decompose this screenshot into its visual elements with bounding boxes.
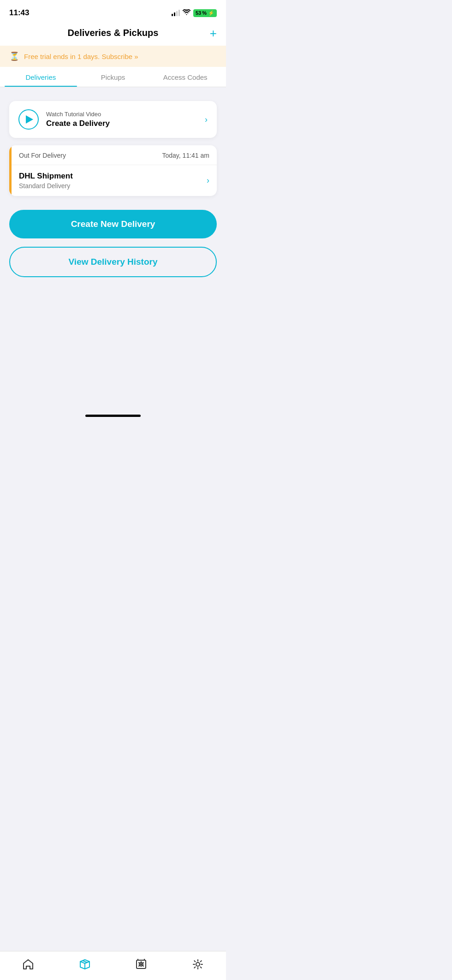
signal-icon: [172, 10, 180, 16]
status-bar: 11:43 53% ⚡: [0, 0, 226, 23]
tutorial-label: Watch Tutorial Video: [46, 111, 197, 118]
delivery-name: DHL Shipment: [19, 172, 207, 181]
delivery-type: Standard Delivery: [19, 182, 207, 190]
delivery-info: DHL Shipment Standard Delivery: [19, 172, 207, 190]
play-icon: [18, 109, 39, 130]
hourglass-icon: ⏳: [9, 51, 19, 61]
tab-deliveries[interactable]: Deliveries: [5, 67, 77, 87]
trial-banner-text: Free trial ends in 1 days. Subscribe »: [24, 53, 138, 60]
header: Deliveries & Pickups +: [0, 23, 226, 46]
trial-banner[interactable]: ⏳ Free trial ends in 1 days. Subscribe »: [0, 46, 226, 67]
add-button[interactable]: +: [210, 27, 217, 39]
main-content: Watch Tutorial Video Create a Delivery ›…: [0, 87, 226, 410]
delivery-time: Today, 11:41 am: [162, 152, 209, 159]
delivery-card[interactable]: Out For Delivery Today, 11:41 am DHL Shi…: [9, 145, 217, 196]
play-triangle: [26, 115, 33, 124]
delivery-header-row: Out For Delivery Today, 11:41 am: [12, 145, 217, 165]
tutorial-card[interactable]: Watch Tutorial Video Create a Delivery ›: [9, 101, 217, 138]
status-icons: 53% ⚡: [172, 9, 217, 17]
wifi-icon: [183, 9, 190, 17]
delivery-content: Out For Delivery Today, 11:41 am DHL Shi…: [12, 145, 217, 196]
tutorial-title: Create a Delivery: [46, 119, 197, 128]
tutorial-chevron-icon: ›: [205, 115, 208, 125]
page-title: Deliveries & Pickups: [68, 28, 159, 38]
tab-access-codes[interactable]: Access Codes: [149, 67, 221, 87]
home-indicator: [85, 415, 141, 417]
delivery-chevron-icon: ›: [207, 176, 209, 185]
tutorial-text: Watch Tutorial Video Create a Delivery: [46, 111, 197, 128]
create-new-delivery-button[interactable]: Create New Delivery: [9, 210, 217, 238]
battery-indicator: 53% ⚡: [193, 9, 217, 17]
tab-pickups[interactable]: Pickups: [77, 67, 149, 87]
delivery-detail-row: DHL Shipment Standard Delivery ›: [12, 165, 217, 196]
status-time: 11:43: [9, 8, 29, 18]
view-delivery-history-button[interactable]: View Delivery History: [9, 247, 217, 277]
delivery-status: Out For Delivery: [19, 152, 66, 159]
tab-bar: Deliveries Pickups Access Codes: [0, 67, 226, 87]
